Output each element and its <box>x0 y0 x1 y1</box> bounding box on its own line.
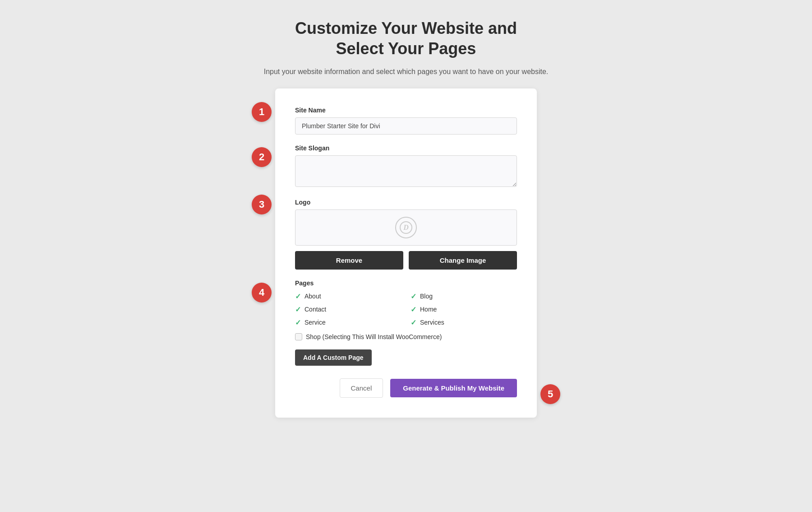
checkbox-blog[interactable]: ✓ Blog <box>411 292 517 301</box>
services-label: Services <box>420 319 444 326</box>
check-service-icon: ✓ <box>295 318 301 327</box>
site-name-group: Site Name <box>295 107 517 135</box>
check-home-icon: ✓ <box>411 305 416 314</box>
page-header: Customize Your Website and Select Your P… <box>264 18 549 78</box>
change-image-button[interactable]: Change Image <box>409 251 517 270</box>
site-slogan-label: Site Slogan <box>295 144 517 152</box>
checkbox-contact[interactable]: ✓ Contact <box>295 305 401 314</box>
pages-grid: ✓ About ✓ Blog ✓ Contact ✓ Home <box>295 292 517 327</box>
about-label: About <box>304 293 321 300</box>
page-title: Customize Your Website and Select Your P… <box>264 18 549 59</box>
checkbox-about[interactable]: ✓ About <box>295 292 401 301</box>
check-services-icon: ✓ <box>411 318 416 327</box>
checkbox-services[interactable]: ✓ Services <box>411 318 517 327</box>
logo-button-row: Remove Change Image <box>295 251 517 270</box>
check-blog-icon: ✓ <box>411 292 416 301</box>
logo-upload-area: D <box>295 209 517 246</box>
footer-actions: Cancel Generate & Publish My Website <box>295 378 517 398</box>
pages-section: Pages ✓ About ✓ Blog ✓ Contact <box>295 279 517 340</box>
check-about-icon: ✓ <box>295 292 301 301</box>
svg-text:D: D <box>403 223 409 231</box>
logo-label: Logo <box>295 199 517 206</box>
site-slogan-group: Site Slogan <box>295 144 517 189</box>
step-3-badge: 3 <box>252 195 272 214</box>
unchecked-shop-icon <box>295 333 302 340</box>
page-subtitle: Input your website information and selec… <box>264 66 549 78</box>
step-4-badge: 4 <box>252 283 272 303</box>
contact-label: Contact <box>304 306 326 313</box>
step-5-badge: 5 <box>540 384 560 404</box>
cancel-button[interactable]: Cancel <box>340 378 383 398</box>
form-card: 5 Site Name Site Slogan Logo D <box>275 88 537 418</box>
checkbox-home[interactable]: ✓ Home <box>411 305 517 314</box>
site-slogan-input[interactable] <box>295 155 517 187</box>
home-label: Home <box>420 306 437 313</box>
service-label: Service <box>304 319 326 326</box>
checkbox-service[interactable]: ✓ Service <box>295 318 401 327</box>
remove-button[interactable]: Remove <box>295 251 403 270</box>
shop-label: Shop (Selecting This Will Install WooCom… <box>306 333 442 340</box>
add-custom-page-button[interactable]: Add A Custom Page <box>295 349 372 366</box>
pages-label: Pages <box>295 279 517 287</box>
step-1-badge: 1 <box>252 102 272 122</box>
divi-logo-placeholder: D <box>395 217 417 238</box>
site-name-input[interactable] <box>295 117 517 135</box>
blog-label: Blog <box>420 293 433 300</box>
logo-group: Logo D Remove Change Image <box>295 199 517 270</box>
step-2-badge: 2 <box>252 147 272 167</box>
check-contact-icon: ✓ <box>295 305 301 314</box>
checkbox-shop[interactable]: Shop (Selecting This Will Install WooCom… <box>295 333 517 340</box>
publish-button[interactable]: Generate & Publish My Website <box>390 379 517 397</box>
site-name-label: Site Name <box>295 107 517 114</box>
